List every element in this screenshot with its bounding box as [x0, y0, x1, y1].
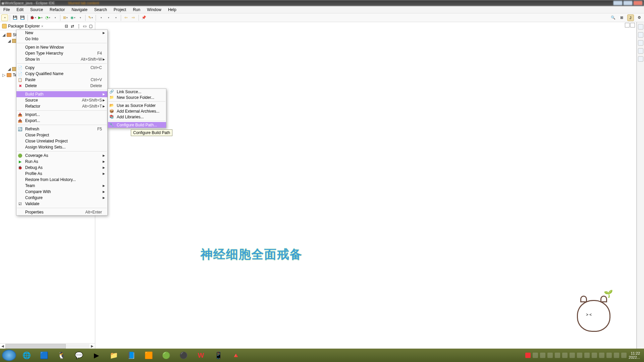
tray-icon[interactable] — [525, 353, 531, 358]
tray-icon[interactable] — [599, 353, 604, 358]
app-icon[interactable]: 📘 — [124, 350, 138, 361]
minimize-button[interactable] — [613, 1, 623, 5]
tray-icon[interactable] — [533, 353, 538, 358]
menu-item-restore-from-local-history[interactable]: Restore from Local History... — [16, 177, 107, 183]
tray-icon[interactable] — [614, 353, 619, 358]
volume-icon[interactable] — [621, 353, 627, 358]
menu-window[interactable]: Window — [144, 7, 165, 13]
view-icon[interactable] — [638, 40, 643, 46]
menu-item-copy-qualified-name[interactable]: 📄Copy Qualified Name — [16, 71, 107, 77]
view-menu-icon[interactable]: ⋮ — [77, 24, 82, 28]
submenu-item-add-libraries[interactable]: 📚Add Libraries... — [108, 114, 166, 120]
wechat-icon[interactable]: 💬 — [72, 350, 86, 361]
open-type-button[interactable] — [77, 14, 84, 21]
tray-icon[interactable] — [592, 353, 597, 358]
new-class-button[interactable]: ◉ — [69, 14, 76, 21]
menu-help[interactable]: Help — [165, 7, 180, 13]
submenu-item-use-as-source-folder[interactable]: 📂Use as Source Folder — [108, 103, 166, 108]
maximize-editor-icon[interactable] — [630, 23, 635, 27]
submenu-item-add-external-archives[interactable]: 📦Add External Archives... — [108, 108, 166, 114]
menu-file[interactable]: File — [0, 7, 13, 13]
horizontal-scrollbar[interactable]: ◀ ▶ — [0, 343, 95, 349]
menu-navigate[interactable]: Navigate — [68, 7, 91, 13]
menu-item-new[interactable]: New▶ — [16, 30, 107, 36]
menu-item-configure[interactable]: Configure▶ — [16, 195, 107, 201]
wps-icon[interactable]: W — [194, 350, 208, 361]
scroll-thumb[interactable] — [5, 344, 66, 349]
perspective-button[interactable]: ⊞ — [619, 14, 625, 21]
edge-icon[interactable]: 🟦 — [37, 350, 51, 361]
pin-button[interactable]: 📌 — [141, 14, 147, 21]
java-perspective-button[interactable]: J — [627, 14, 634, 21]
taskbar-clock[interactable]: 11:222022... — [629, 351, 642, 359]
windows-taskbar[interactable]: 🌐 🟦 🐧 💬 ▶ 📁 📘 🟧 🟢 ⚫ W 📱 🔺 11:222022... — [0, 349, 644, 362]
submenu-item-new-source-folder[interactable]: 📁New Source Folder... — [108, 95, 166, 100]
menu-item-show-in[interactable]: Show InAlt+Shift+W▶ — [16, 56, 107, 62]
tray-icon[interactable] — [562, 353, 568, 358]
menu-item-refresh[interactable]: 🔄RefreshF5 — [16, 126, 107, 132]
view-icon[interactable] — [638, 48, 643, 54]
menu-source[interactable]: Source — [27, 7, 46, 13]
new-package-button[interactable]: ⊞ — [62, 14, 69, 21]
submenu-item-configure-build-path[interactable]: 🔧Configure Build Path... — [108, 122, 166, 128]
context-menu[interactable]: New▶Go IntoOpen in New WindowOpen Type H… — [16, 29, 108, 216]
menu-item-profile-as[interactable]: Profile As▶ — [16, 171, 107, 177]
save-all-button[interactable]: 💾 — [19, 14, 26, 21]
tray-icon[interactable] — [547, 353, 553, 358]
menu-edit[interactable]: Edit — [13, 7, 27, 13]
menu-search[interactable]: Search — [91, 7, 110, 13]
menu-item-source[interactable]: SourceAlt+Shift+S▶ — [16, 97, 107, 103]
search-button[interactable]: ✎ — [87, 14, 94, 21]
close-button[interactable] — [633, 1, 643, 5]
expand-icon[interactable]: ◢ — [7, 38, 11, 44]
menu-item-coverage-as[interactable]: 🟢Coverage As▶ — [16, 153, 107, 159]
tool-button[interactable] — [112, 14, 119, 21]
maximize-view-icon[interactable]: ▢ — [89, 24, 94, 28]
app-icon[interactable]: 🟧 — [142, 350, 156, 361]
app-icon[interactable]: 🟢 — [159, 350, 173, 361]
menu-item-run-as[interactable]: ▶Run As▶ — [16, 159, 107, 165]
save-button[interactable]: 💾 — [12, 14, 18, 21]
menu-item-build-path[interactable]: Build Path▶ — [16, 91, 107, 97]
outline-view-icon[interactable] — [638, 24, 643, 29]
menu-item-debug-as[interactable]: 🐞Debug As▶ — [16, 165, 107, 171]
start-button[interactable] — [2, 350, 16, 361]
forward-button[interactable]: ⇨ — [130, 14, 137, 21]
explorer-icon[interactable]: 📁 — [107, 350, 121, 361]
expand-icon[interactable]: ▷ — [2, 72, 5, 78]
debug-button[interactable]: 🐞 — [30, 14, 36, 21]
menu-item-import[interactable]: 📥Import... — [16, 112, 107, 118]
menu-item-refactor[interactable]: RefactorAlt+Shift+T▶ — [16, 103, 107, 109]
menu-item-export[interactable]: 📤Export... — [16, 118, 107, 124]
menu-item-close-unrelated-project[interactable]: Close Unrelated Project — [16, 138, 107, 144]
menu-item-properties[interactable]: PropertiesAlt+Enter — [16, 209, 107, 215]
minimize-editor-icon[interactable] — [625, 23, 630, 27]
menu-item-copy[interactable]: 📄CopyCtrl+C — [16, 65, 107, 71]
minimize-view-icon[interactable]: ▭ — [83, 24, 88, 28]
menu-item-validate[interactable]: ☑Validate — [16, 201, 107, 207]
eclipse-taskbar-icon[interactable]: ⚫ — [176, 350, 191, 361]
scroll-track[interactable] — [5, 344, 90, 349]
menu-project[interactable]: Project — [110, 7, 129, 13]
coverage-button[interactable]: ◔ — [44, 14, 51, 21]
app-icon[interactable]: 📱 — [211, 350, 225, 361]
system-tray[interactable]: 11:222022... — [525, 351, 642, 359]
tray-icon[interactable] — [540, 353, 545, 358]
build-path-submenu[interactable]: 🔗Link Source...📁New Source Folder...📂Use… — [108, 88, 166, 128]
menu-run[interactable]: Run — [129, 7, 144, 13]
menu-refactor[interactable]: Refactor — [46, 7, 68, 13]
new-button[interactable] — [1, 14, 8, 21]
submenu-item-link-source[interactable]: 🔗Link Source... — [108, 89, 166, 95]
run-last-button[interactable] — [52, 14, 58, 21]
tool-button[interactable] — [98, 14, 104, 21]
scroll-right-icon[interactable]: ▶ — [90, 344, 95, 348]
package-explorer-tab[interactable]: Package Explorer × ⊟ ⇄ ⋮ ▭ ▢ — [0, 22, 95, 30]
expand-icon[interactable]: ◢ — [7, 66, 11, 72]
menu-item-paste[interactable]: 📋PasteCtrl+V — [16, 77, 107, 83]
menu-item-assign-working-sets[interactable]: Assign Working Sets... — [16, 144, 107, 150]
expand-icon[interactable]: ◢ — [2, 32, 5, 38]
tray-icon[interactable] — [606, 353, 612, 358]
menu-item-compare-with[interactable]: Compare With▶ — [16, 189, 107, 195]
debug-perspective-button[interactable]: ⚙ — [636, 14, 643, 21]
tool-button[interactable] — [105, 14, 112, 21]
